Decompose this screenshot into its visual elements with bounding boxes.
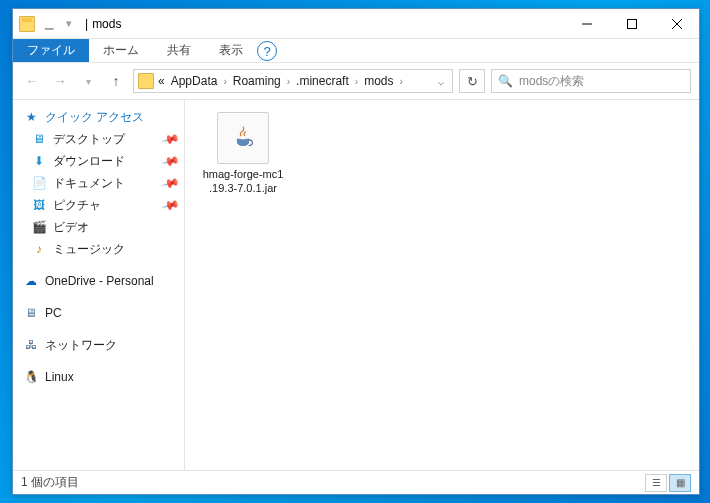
- maximize-button[interactable]: [609, 9, 654, 38]
- network-icon: 🖧: [23, 337, 39, 353]
- quick-access-toolbar: ▁ ▾: [41, 16, 77, 32]
- window-controls: [564, 9, 699, 38]
- chevron-right-icon[interactable]: ›: [397, 76, 404, 87]
- qat-dropdown-icon[interactable]: ▾: [61, 16, 77, 32]
- title-bar[interactable]: ▁ ▾ | mods: [13, 9, 699, 39]
- sidebar-label: クイック アクセス: [45, 109, 144, 126]
- explorer-window: ▁ ▾ | mods ファイル ホーム 共有 表示 ? ← → ▾ ↑: [12, 8, 700, 495]
- sidebar-downloads[interactable]: ⬇ ダウンロード 📌: [13, 150, 184, 172]
- tab-share[interactable]: 共有: [153, 39, 205, 62]
- java-icon: [228, 123, 258, 153]
- recent-dropdown-icon[interactable]: ▾: [77, 70, 99, 92]
- jar-file-icon: [217, 112, 269, 164]
- sidebar-label: デスクトップ: [53, 131, 125, 148]
- folder-icon: [19, 16, 35, 32]
- explorer-body: ★ クイック アクセス 🖥 デスクトップ 📌 ⬇ ダウンロード 📌 📄 ドキュメ…: [13, 99, 699, 470]
- status-bar: 1 個の項目 ☰ ▦: [13, 470, 699, 494]
- view-toggles: ☰ ▦: [645, 474, 691, 492]
- pin-icon: 📌: [161, 173, 181, 193]
- tab-file[interactable]: ファイル: [13, 39, 89, 62]
- download-icon: ⬇: [31, 153, 47, 169]
- svg-rect-1: [627, 19, 636, 28]
- sidebar-label: PC: [45, 306, 62, 320]
- music-icon: ♪: [31, 241, 47, 257]
- sidebar-label: Linux: [45, 370, 74, 384]
- sidebar-label: ミュージック: [53, 241, 125, 258]
- sidebar-label: ダウンロード: [53, 153, 125, 170]
- linux-icon: 🐧: [23, 369, 39, 385]
- breadcrumb-item[interactable]: Roaming: [231, 74, 283, 88]
- qat-item[interactable]: ▁: [41, 16, 57, 32]
- sidebar-network[interactable]: 🖧 ネットワーク: [13, 334, 184, 356]
- pc-icon: 🖥: [23, 305, 39, 321]
- sidebar-label: OneDrive - Personal: [45, 274, 154, 288]
- breadcrumb-item[interactable]: .minecraft: [294, 74, 351, 88]
- up-button[interactable]: ↑: [105, 70, 127, 92]
- close-button[interactable]: [654, 9, 699, 38]
- window-title: mods: [92, 17, 121, 31]
- help-icon[interactable]: ?: [257, 41, 277, 61]
- minimize-button[interactable]: [564, 9, 609, 38]
- sidebar-quick-access[interactable]: ★ クイック アクセス: [13, 106, 184, 128]
- chevron-right-icon[interactable]: ›: [221, 76, 228, 87]
- refresh-button[interactable]: ↻: [459, 69, 485, 93]
- sidebar-label: ネットワーク: [45, 337, 117, 354]
- chevron-right-icon[interactable]: ›: [285, 76, 292, 87]
- nav-pane[interactable]: ★ クイック アクセス 🖥 デスクトップ 📌 ⬇ ダウンロード 📌 📄 ドキュメ…: [13, 100, 185, 470]
- folder-icon: [138, 73, 154, 89]
- star-icon: ★: [23, 109, 39, 125]
- pin-icon: 📌: [161, 195, 181, 215]
- sidebar-pictures[interactable]: 🖼 ピクチャ 📌: [13, 194, 184, 216]
- document-icon: 📄: [31, 175, 47, 191]
- search-placeholder: modsの検索: [519, 73, 584, 90]
- chevron-right-icon[interactable]: ›: [353, 76, 360, 87]
- breadcrumb-item[interactable]: AppData: [169, 74, 220, 88]
- ribbon-tabs: ファイル ホーム 共有 表示 ?: [13, 39, 699, 63]
- file-item[interactable]: hmag-forge-mc1.19.3-7.0.1.jar: [197, 112, 289, 196]
- search-icon: 🔍: [498, 74, 513, 88]
- tab-view[interactable]: 表示: [205, 39, 257, 62]
- file-name: hmag-forge-mc1.19.3-7.0.1.jar: [203, 168, 284, 196]
- pin-icon: 📌: [161, 151, 181, 171]
- video-icon: 🎬: [31, 219, 47, 235]
- sidebar-label: ドキュメント: [53, 175, 125, 192]
- sidebar-music[interactable]: ♪ ミュージック: [13, 238, 184, 260]
- search-box[interactable]: 🔍 modsの検索: [491, 69, 691, 93]
- address-bar[interactable]: « AppData › Roaming › .minecraft › mods …: [133, 69, 453, 93]
- file-list[interactable]: hmag-forge-mc1.19.3-7.0.1.jar: [185, 100, 699, 470]
- details-view-button[interactable]: ☰: [645, 474, 667, 492]
- back-button[interactable]: ←: [21, 70, 43, 92]
- nav-bar: ← → ▾ ↑ « AppData › Roaming › .minecraft…: [13, 63, 699, 99]
- tab-home[interactable]: ホーム: [89, 39, 153, 62]
- pictures-icon: 🖼: [31, 197, 47, 213]
- sidebar-onedrive[interactable]: ☁ OneDrive - Personal: [13, 270, 184, 292]
- sidebar-desktop[interactable]: 🖥 デスクトップ 📌: [13, 128, 184, 150]
- sidebar-label: ビデオ: [53, 219, 89, 236]
- icons-view-button[interactable]: ▦: [669, 474, 691, 492]
- sidebar-pc[interactable]: 🖥 PC: [13, 302, 184, 324]
- pin-icon: 📌: [161, 129, 181, 149]
- sidebar-videos[interactable]: 🎬 ビデオ: [13, 216, 184, 238]
- cloud-icon: ☁: [23, 273, 39, 289]
- sidebar-linux[interactable]: 🐧 Linux: [13, 366, 184, 388]
- address-dropdown-icon[interactable]: ⌵: [434, 76, 448, 87]
- breadcrumb-lead[interactable]: «: [156, 74, 167, 88]
- title-separator: |: [85, 17, 88, 31]
- sidebar-documents[interactable]: 📄 ドキュメント 📌: [13, 172, 184, 194]
- forward-button[interactable]: →: [49, 70, 71, 92]
- desktop-icon: 🖥: [31, 131, 47, 147]
- sidebar-label: ピクチャ: [53, 197, 101, 214]
- status-text: 1 個の項目: [21, 474, 79, 491]
- breadcrumb-item[interactable]: mods: [362, 74, 395, 88]
